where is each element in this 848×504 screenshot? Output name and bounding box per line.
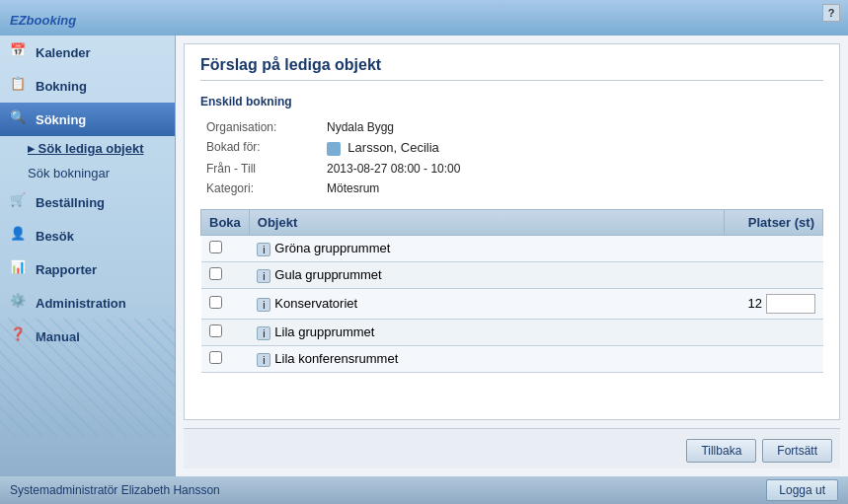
fortsatt-button[interactable]: Fortsätt [762,439,832,463]
content-area: Förslag på lediga objekt Enskild bokning… [176,36,848,476]
organisation-label: Organisation: [202,118,321,136]
row-objekt-0: iGröna grupprummet [249,235,724,261]
fran-til-value: 2013-08-27 08:00 - 10:00 [323,160,821,178]
table-row: iGröna grupprummet [201,235,823,261]
sidebar-item-administration[interactable]: ⚙️ Administration [0,286,175,320]
row-checkbox-4[interactable] [209,351,222,364]
sidebar-item-label: Beställning [36,195,105,210]
table-row: iKonservatoriet12 [201,288,823,319]
sidebar-item-besok[interactable]: 👤 Besök [0,219,175,252]
sidebar-item-label: Kalender [36,45,91,60]
table-row: iLila grupprummet [201,319,823,345]
col-header-platser: Platser (st) [725,209,823,235]
table-row: iGula grupprummet [201,261,823,288]
object-name: Gula grupprummet [274,267,381,282]
row-objekt-1: iGula grupprummet [249,261,724,288]
bokning-icon: 📋 [10,76,30,96]
kalender-icon: 📅 [10,42,30,62]
object-icon: i [257,353,270,367]
organisation-value: Nydala Bygg [323,118,821,136]
object-icon: i [257,243,270,256]
row-platser-3 [725,319,823,345]
content-inner: Förslag på lediga objekt Enskild bokning… [184,43,840,420]
row-checkbox-3[interactable] [209,324,222,337]
sidebar-item-label: Besök [36,229,74,244]
row-checkbox-2[interactable] [209,296,222,309]
row-objekt-4: iLila konferensrummet [249,345,724,372]
row-checkbox-0[interactable] [209,241,222,253]
col-header-objekt: Objekt [249,209,724,235]
row-platser-0 [725,235,823,261]
sidebar-item-label: Rapporter [36,262,97,277]
status-bar: Systemadministratör Elizabeth Hansson Lo… [0,476,848,504]
sidebar-item-bokning[interactable]: 📋 Bokning [0,69,175,103]
row-checkbox-1[interactable] [209,267,222,280]
rapporter-icon: 📊 [10,259,30,279]
page-title: Förslag på lediga objekt [200,56,823,81]
sidebar-item-rapporter[interactable]: 📊 Rapporter [0,252,175,286]
sokning-icon: 🔍 [10,109,30,129]
row-platser-4 [725,345,823,372]
kategori-value: Mötesrum [323,180,821,197]
sidebar-sub-item-sok-lediga-objekt[interactable]: ▸ Sök lediga objekt [0,136,175,161]
platser-input[interactable] [766,294,815,314]
row-objekt-2: iKonservatoriet [249,288,724,319]
buttons-area: Tillbaka Fortsätt [184,428,840,468]
app-logo: EZbooking [10,5,76,31]
sidebar-sub-item-sok-bokningar[interactable]: Sök bokningar [0,161,175,185]
besok-icon: 👤 [10,226,30,246]
fran-til-label: Från - Till [202,160,321,178]
object-name: Lila konferensrummet [274,351,398,366]
bestallning-icon: 🛒 [10,192,30,212]
kategori-label: Kategori: [202,180,321,197]
object-icon: i [257,326,270,340]
sub-item-label: Sök bokningar [28,166,110,180]
bokad-for-label: Bokad för: [202,138,321,158]
object-name: Konservatoriet [274,296,357,311]
sidebar-item-label: Administration [36,296,126,311]
sidebar-item-bestallning[interactable]: 🛒 Beställning [0,185,175,219]
top-bar: EZbooking ? [0,0,848,36]
status-user-text: Systemadministratör Elizabeth Hansson [10,483,220,497]
section-label: Enskild bokning [200,95,823,108]
sidebar-item-sokning[interactable]: 🔍 Sökning [0,103,175,136]
row-platser-1 [725,261,823,288]
object-icon: i [257,298,270,312]
platser-number: 12 [747,296,765,311]
object-icon: i [257,269,270,283]
help-button[interactable]: ? [822,4,840,22]
sidebar-item-kalender[interactable]: 📅 Kalender [0,36,175,69]
main-layout: 📅 Kalender 📋 Bokning 🔍 Sökning ▸ Sök led… [0,36,848,476]
object-name: Gröna grupprummet [274,241,390,255]
sidebar-decoration [0,319,176,437]
tillbaka-button[interactable]: Tillbaka [686,439,756,463]
row-platser-2: 12 [725,288,823,319]
sidebar: 📅 Kalender 📋 Bokning 🔍 Sökning ▸ Sök led… [0,36,176,476]
sidebar-item-label: Sökning [36,112,86,127]
booking-info-table: Organisation: Nydala Bygg Bokad för: Lar… [200,116,823,199]
sub-item-label: ▸ Sök lediga objekt [28,141,144,156]
sidebar-item-label: Bokning [36,79,87,94]
bokad-for-value: Larsson, Cecilia [323,138,821,158]
object-name: Lila grupprummet [274,324,374,339]
administration-icon: ⚙️ [10,293,30,313]
person-icon [327,142,341,156]
col-header-boka: Boka [201,209,250,235]
logout-button[interactable]: Logga ut [766,479,838,501]
row-objekt-3: iLila grupprummet [249,319,724,345]
table-row: iLila konferensrummet [201,345,823,372]
results-table: Boka Objekt Platser (st) iGröna grupprum… [200,209,823,373]
